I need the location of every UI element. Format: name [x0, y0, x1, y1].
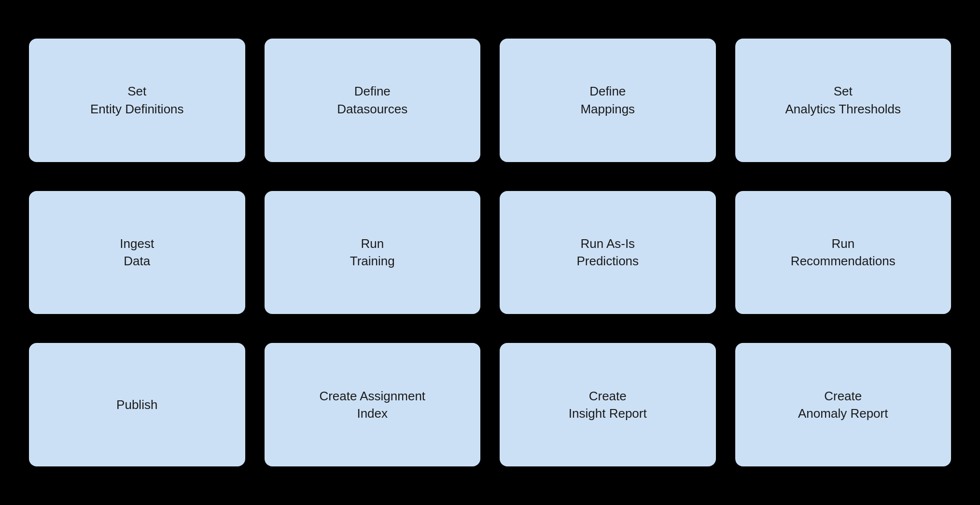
main-grid: Set Entity DefinitionsDefine Datasources… [0, 0, 980, 505]
card-label-define-datasources: Define Datasources [337, 82, 407, 118]
card-label-create-insight-report: Create Insight Report [569, 387, 647, 423]
card-publish[interactable]: Publish [29, 343, 245, 466]
card-label-create-assignment-index: Create Assignment Index [319, 387, 425, 423]
card-ingest-data[interactable]: Ingest Data [29, 191, 245, 314]
card-label-create-anomaly-report: Create Anomaly Report [798, 387, 888, 423]
card-label-set-analytics-thresholds: Set Analytics Thresholds [785, 82, 901, 118]
card-label-publish: Publish [116, 396, 157, 413]
card-run-recommendations[interactable]: Run Recommendations [735, 191, 952, 314]
card-run-training[interactable]: Run Training [265, 191, 481, 314]
card-set-analytics-thresholds[interactable]: Set Analytics Thresholds [735, 39, 952, 162]
card-run-as-is-predictions[interactable]: Run As-Is Predictions [500, 191, 716, 314]
card-label-define-mappings: Define Mappings [580, 82, 635, 118]
card-define-mappings[interactable]: Define Mappings [500, 39, 716, 162]
card-label-set-entity-definitions: Set Entity Definitions [90, 82, 184, 118]
card-label-run-training: Run Training [350, 235, 395, 270]
card-label-run-recommendations: Run Recommendations [791, 235, 896, 270]
card-set-entity-definitions[interactable]: Set Entity Definitions [29, 39, 245, 162]
card-label-run-as-is-predictions: Run As-Is Predictions [576, 235, 639, 270]
card-create-insight-report[interactable]: Create Insight Report [500, 343, 716, 466]
card-define-datasources[interactable]: Define Datasources [265, 39, 481, 162]
card-create-anomaly-report[interactable]: Create Anomaly Report [735, 343, 952, 466]
card-label-ingest-data: Ingest Data [120, 235, 154, 270]
card-create-assignment-index[interactable]: Create Assignment Index [265, 343, 481, 466]
